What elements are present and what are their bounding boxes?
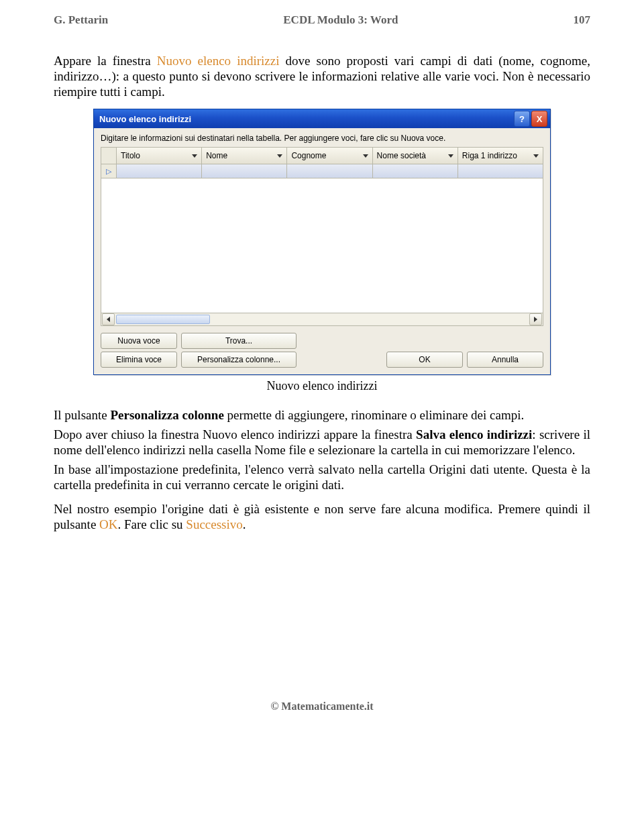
page-header: G. Pettarin ECDL Modulo 3: Word 107 xyxy=(54,13,590,27)
column-header[interactable]: Nome società xyxy=(373,148,458,164)
new-address-list-dialog: Nuovo elenco indirizzi ? X Digitare le i… xyxy=(93,109,551,375)
dialog-titlebar[interactable]: Nuovo elenco indirizzi ? X xyxy=(94,109,550,128)
row-handle[interactable]: ▷ xyxy=(101,164,117,178)
chevron-down-icon xyxy=(192,154,197,158)
bold-term: Salva elenco indirizzi xyxy=(416,427,532,441)
ok-button[interactable]: OK xyxy=(386,352,463,368)
paragraph: Il pulsante Personalizza colonne permett… xyxy=(54,408,590,423)
header-center: ECDL Modulo 3: Word xyxy=(283,13,398,27)
highlight-term: OK xyxy=(99,517,117,531)
chevron-down-icon xyxy=(363,154,368,158)
help-button[interactable]: ? xyxy=(514,111,530,127)
customize-columns-button[interactable]: Personalizza colonne... xyxy=(181,352,297,368)
table-empty-area xyxy=(101,178,543,313)
page-footer: © Matematicamente.it xyxy=(54,700,590,713)
scroll-right-button[interactable] xyxy=(529,313,542,325)
help-icon: ? xyxy=(519,114,525,124)
cell-input[interactable] xyxy=(117,164,202,178)
chevron-down-icon xyxy=(448,154,453,158)
chevron-down-icon xyxy=(533,154,539,158)
cell-input[interactable] xyxy=(373,164,458,178)
bold-term: Personalizza colonne xyxy=(110,408,223,422)
column-header[interactable]: Titolo xyxy=(117,148,202,164)
cell-input[interactable] xyxy=(287,164,372,178)
figure-caption: Nuovo elenco indirizzi xyxy=(54,379,590,393)
paragraph: In base all'impostazione predefinita, l'… xyxy=(54,462,590,493)
highlight-term: Successivo xyxy=(186,517,242,531)
horizontal-scrollbar[interactable] xyxy=(101,313,543,326)
column-header[interactable]: Nome xyxy=(202,148,287,164)
column-header[interactable]: Cognome xyxy=(287,148,372,164)
paragraph: Dopo aver chiuso la finestra Nuovo elenc… xyxy=(54,427,590,458)
close-icon: X xyxy=(537,114,543,124)
scroll-track[interactable] xyxy=(116,315,528,324)
scroll-left-button[interactable] xyxy=(102,313,115,325)
scroll-thumb[interactable] xyxy=(116,315,210,324)
arrow-left-icon xyxy=(107,317,110,322)
dialog-title: Nuovo elenco indirizzi xyxy=(99,114,513,124)
current-row-marker-icon: ▷ xyxy=(106,167,111,176)
table-row[interactable]: ▷ xyxy=(101,164,543,178)
paragraph: Nel nostro esempio l'origine dati è già … xyxy=(54,502,590,533)
arrow-right-icon xyxy=(534,317,537,322)
new-entry-button[interactable]: Nuova voce xyxy=(101,333,177,349)
header-page-number: 107 xyxy=(574,13,591,27)
chevron-down-icon xyxy=(277,154,282,158)
column-header[interactable]: Riga 1 indirizzo xyxy=(458,148,543,164)
cell-input[interactable] xyxy=(202,164,287,178)
header-left: G. Pettarin xyxy=(54,13,108,27)
close-button[interactable]: X xyxy=(531,111,547,127)
dialog-instruction: Digitare le informazioni sui destinatari… xyxy=(101,134,543,143)
find-button[interactable]: Trova... xyxy=(181,333,297,349)
column-header-row: Titolo Nome Cognome Nome società Riga 1 … xyxy=(101,147,543,164)
cancel-button[interactable]: Annulla xyxy=(467,352,543,368)
delete-entry-button[interactable]: Elimina voce xyxy=(101,352,177,368)
highlight-term: Nuovo elenco indirizzi xyxy=(157,54,280,68)
intro-paragraph: Appare la finestra Nuovo elenco indirizz… xyxy=(54,54,590,99)
row-handle-header[interactable] xyxy=(101,148,117,164)
cell-input[interactable] xyxy=(458,164,543,178)
